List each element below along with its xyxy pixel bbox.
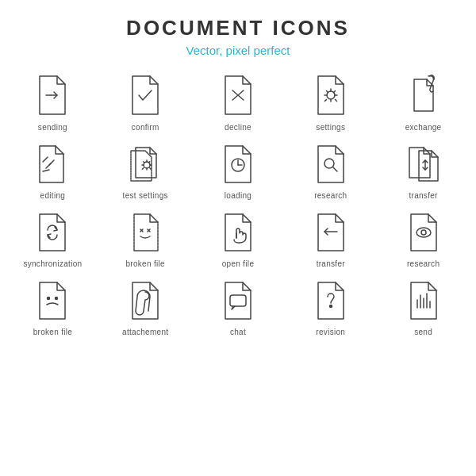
icon-item-editing: editing: [8, 140, 98, 200]
icon-item-transfer1: transfer: [378, 140, 468, 200]
icon-label-confirm: confirm: [132, 123, 159, 132]
icon-label-loading: loading: [225, 191, 251, 200]
icon-item-attachement: attachement: [101, 276, 190, 336]
svg-line-4: [43, 157, 48, 162]
icon-label-transfer2: transfer: [317, 259, 345, 268]
icon-label-research1: research: [314, 191, 347, 200]
icon-item-synchronization: synchronization: [8, 208, 98, 268]
svg-point-23: [48, 298, 50, 300]
icon-item-test-settings: test settings: [101, 140, 190, 200]
icon-label-broken-file2: broken file: [33, 328, 72, 336]
icon-label-test-settings: test settings: [123, 191, 168, 200]
icon-item-send: send: [378, 276, 468, 336]
icon-item-sending: sending: [8, 71, 98, 132]
icon-item-loading: loading: [194, 140, 283, 200]
icon-label-attachement: attachement: [122, 328, 168, 336]
svg-point-12: [324, 159, 334, 168]
svg-line-6: [46, 163, 51, 168]
icon-label-decline: decline: [225, 123, 251, 132]
svg-point-24: [56, 298, 58, 300]
icon-item-confirm: confirm: [101, 71, 190, 132]
icon-grid: sending confirm decline settings: [8, 71, 468, 336]
icon-label-send: send: [414, 328, 432, 336]
icon-item-research1: research: [286, 140, 375, 200]
icon-item-open-file: open file: [194, 208, 283, 268]
icon-item-broken-file: broken file: [101, 208, 190, 268]
icon-label-chat: chat: [230, 328, 246, 336]
icon-label-research2: research: [407, 259, 440, 268]
icon-label-revision: revision: [316, 328, 345, 336]
icon-item-broken-file2: broken file: [8, 276, 98, 336]
icon-label-open-file: open file: [222, 259, 255, 268]
icon-item-chat: chat: [194, 276, 283, 336]
page-title: DOCUMENT ICONS: [126, 16, 350, 40]
icon-label-sending: sending: [38, 123, 67, 132]
svg-line-7: [43, 170, 49, 171]
icon-label-broken-file: broken file: [125, 259, 164, 268]
svg-line-13: [333, 167, 337, 171]
icon-label-transfer1: transfer: [409, 191, 437, 200]
icon-item-decline: decline: [194, 71, 283, 132]
icon-label-synchronization: synchronization: [23, 259, 82, 268]
svg-rect-25: [230, 295, 246, 306]
svg-point-26: [329, 305, 332, 308]
svg-point-22: [421, 230, 426, 235]
icon-item-settings: settings: [286, 71, 375, 132]
svg-point-21: [416, 228, 431, 237]
page-subtitle: Vector, pixel perfect: [186, 44, 290, 57]
icon-label-editing: editing: [40, 191, 66, 200]
icon-label-exchange: exchange: [405, 123, 442, 132]
icon-item-exchange: exchange: [378, 71, 468, 132]
icon-item-revision: revision: [286, 276, 375, 336]
icon-label-settings: settings: [316, 123, 345, 132]
icon-item-transfer2: transfer: [286, 208, 375, 268]
icon-item-research2: research: [378, 208, 468, 268]
